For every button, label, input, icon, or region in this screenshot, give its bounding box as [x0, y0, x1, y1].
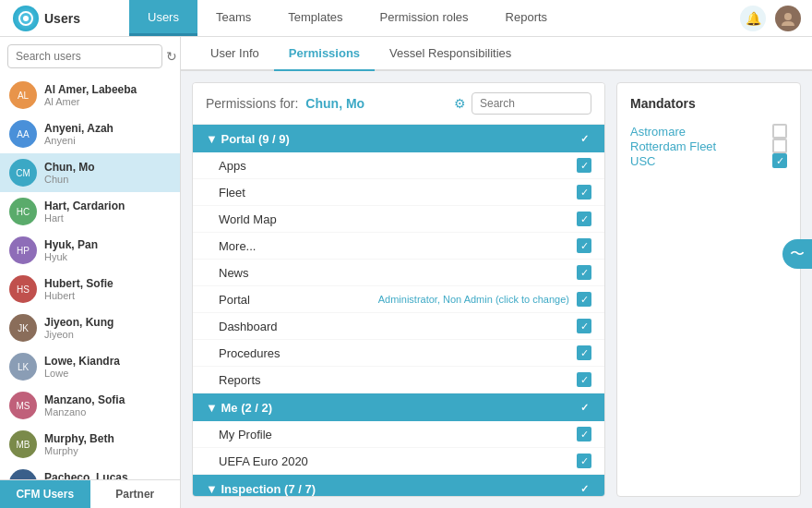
main-tab-permissions[interactable]: Permissions — [274, 37, 375, 71]
perm-checkbox[interactable]: ✓ — [577, 158, 591, 173]
user-avatar-chun: CM — [9, 159, 37, 187]
perm-label: World Map — [219, 212, 577, 226]
user-name-manzano: Manzano, Sofia — [44, 393, 125, 406]
sidebar-bottom-tab-cfm[interactable]: CFM Users — [0, 480, 90, 508]
nav-tab-reports[interactable]: Reports — [487, 0, 567, 36]
sidebar-item-anyeni[interactable]: AA Anyeni, Azah Anyeni — [0, 115, 180, 153]
user-text-anyeni: Anyeni, Azah Anyeni — [44, 122, 113, 146]
main-tab-vessel_resp[interactable]: Vessel Responsibilities — [375, 37, 526, 71]
section-checkbox-inspection[interactable]: ✓ — [577, 481, 591, 496]
permissions-search-area: ⚙ — [454, 92, 591, 115]
sidebar-item-al_amer[interactable]: AL Al Amer, Labeeba Al Amer — [0, 76, 180, 115]
mandator-name[interactable]: Astromare — [630, 125, 686, 139]
logo-icon — [13, 6, 39, 31]
perm-label: Fleet — [219, 186, 577, 200]
mandator-checkbox[interactable] — [772, 124, 787, 139]
sidebar-item-murphy[interactable]: MB Murphy, Beth Murphy — [0, 425, 180, 464]
perm-checkbox[interactable]: ✓ — [577, 185, 591, 200]
section-checkbox-me[interactable]: ✓ — [577, 400, 591, 415]
avatar-initials: JK — [18, 323, 29, 333]
perm-section-me[interactable]: ▼ Me (2 / 2) ✓ — [193, 393, 604, 421]
perm-checkbox[interactable]: ✓ — [577, 292, 591, 307]
sidebar-item-lowe[interactable]: LK Lowe, Kiandra Lowe — [0, 347, 180, 386]
search-input[interactable] — [7, 44, 162, 68]
section-checkbox-portal[interactable]: ✓ — [577, 131, 591, 146]
avatar-initials: LK — [18, 362, 29, 372]
sidebar-item-hart[interactable]: HC Hart, Cardarion Hart — [0, 192, 180, 231]
perm-note[interactable]: Administrator, Non Admin (click to chang… — [378, 294, 569, 305]
user-name-hyuk: Hyuk, Pan — [44, 238, 98, 251]
user-avatar-hyuk: HP — [9, 236, 37, 264]
avatar-initials: AA — [17, 129, 29, 139]
user-text-hubert: Hubert, Sofie Hubert — [44, 277, 113, 301]
user-sub-hyuk: Hyuk — [44, 251, 98, 262]
user-avatar-pacheco: PL — [9, 469, 37, 479]
avatar-initials: MB — [17, 440, 30, 450]
mandator-checkbox[interactable]: ✓ — [772, 153, 787, 168]
sidebar-item-pacheco[interactable]: PL Pacheco, Lucas Pacheco — [0, 464, 180, 479]
perm-row-my-profile: My Profile ✓ — [193, 421, 604, 448]
perm-label: Apps — [219, 159, 577, 173]
nav-tab-templates[interactable]: Templates — [269, 0, 361, 36]
refresh-icon[interactable]: ↻ — [166, 45, 177, 67]
user-sub-manzano: Manzano — [44, 406, 125, 417]
user-sub-lowe: Lowe — [44, 368, 120, 379]
svg-point-2 — [784, 13, 792, 20]
perm-label: My Profile — [219, 428, 577, 441]
sidebar-item-hyuk[interactable]: HP Hyuk, Pan Hyuk — [0, 231, 180, 270]
perm-section-portal[interactable]: ▼ Portal (9 / 9) ✓ — [193, 125, 604, 152]
user-name-jiyeon: Jiyeon, Kung — [44, 316, 113, 329]
user-sub-anyeni: Anyeni — [44, 135, 113, 146]
mandator-name[interactable]: Rotterdam Fleet — [630, 139, 716, 153]
notification-icon[interactable]: 🔔 — [740, 6, 766, 31]
nav-tab-teams[interactable]: Teams — [197, 0, 269, 36]
avatar-initials: CM — [16, 168, 30, 178]
mandator-checkbox[interactable] — [772, 139, 787, 153]
user-text-manzano: Manzano, Sofia Manzano — [44, 393, 125, 417]
user-avatar-nav[interactable] — [775, 6, 801, 31]
main-layout: ↻ + AL Al Amer, Labeeba Al Amer AA Anyen… — [0, 37, 812, 508]
user-sub-murphy: Murphy — [44, 445, 114, 456]
perm-checkbox[interactable]: ✓ — [577, 265, 591, 280]
sidebar-item-hubert[interactable]: HS Hubert, Sofie Hubert — [0, 270, 180, 308]
user-text-murphy: Murphy, Beth Murphy — [44, 432, 114, 456]
user-text-jiyeon: Jiyeon, Kung Jiyeon — [44, 316, 113, 340]
mandator-row-astromare: Astromare — [630, 124, 787, 139]
avatar-initials: HP — [17, 246, 30, 256]
permissions-search-input[interactable] — [472, 92, 591, 115]
main-tabs: User InfoPermissionsVessel Responsibilit… — [181, 37, 812, 71]
perm-checkbox[interactable]: ✓ — [577, 454, 591, 468]
perm-label: Portal — [219, 293, 378, 307]
perm-checkbox[interactable]: ✓ — [577, 372, 591, 387]
perm-row-fleet: Fleet ✓ — [193, 179, 604, 206]
sidebar-item-chun[interactable]: CM Chun, Mo Chun — [0, 153, 180, 192]
sidebar-search-bar: ↻ + — [0, 37, 180, 76]
user-name-al_amer: Al Amer, Labeeba — [44, 83, 137, 96]
permissions-body: ▼ Portal (9 / 9) ✓ Apps ✓ Fleet ✓ World … — [193, 125, 604, 497]
perm-row-reports: Reports ✓ — [193, 367, 604, 393]
mandator-row-usc: USC ✓ — [630, 153, 787, 168]
perm-checkbox[interactable]: ✓ — [577, 345, 591, 360]
sidebar-item-manzano[interactable]: MS Manzano, Sofia Manzano — [0, 386, 180, 425]
perm-checkbox[interactable]: ✓ — [577, 238, 591, 253]
user-avatar-murphy: MB — [9, 430, 37, 458]
perm-checkbox[interactable]: ✓ — [577, 319, 591, 333]
sidebar-item-jiyeon[interactable]: JK Jiyeon, Kung Jiyeon — [0, 308, 180, 347]
perm-section-inspection[interactable]: ▼ Inspection (7 / 7) ✓ — [193, 475, 604, 497]
mandator-name[interactable]: USC — [630, 154, 655, 168]
user-avatar-jiyeon: JK — [9, 314, 37, 342]
nav-tab-users[interactable]: Users — [129, 0, 197, 36]
perm-checkbox[interactable]: ✓ — [577, 212, 591, 226]
filter-icon[interactable]: ⚙ — [454, 96, 466, 111]
perm-row-portal: Portal Administrator, Non Admin (click t… — [193, 286, 604, 313]
main-area: User InfoPermissionsVessel Responsibilit… — [181, 37, 812, 508]
sidebar-bottom-tab-partner[interactable]: Partner — [90, 480, 181, 508]
perm-checkbox[interactable]: ✓ — [577, 427, 591, 441]
perm-row-procedures: Procedures ✓ — [193, 340, 604, 367]
main-tab-user_info[interactable]: User Info — [196, 37, 274, 71]
nav-tab-permission_roles[interactable]: Permission roles — [362, 0, 487, 36]
perm-label: UEFA Euro 2020 — [219, 454, 577, 468]
user-text-al_amer: Al Amer, Labeeba Al Amer — [44, 83, 137, 107]
user-avatar-manzano: MS — [9, 392, 37, 419]
pulse-button[interactable]: 〜 — [782, 239, 812, 269]
